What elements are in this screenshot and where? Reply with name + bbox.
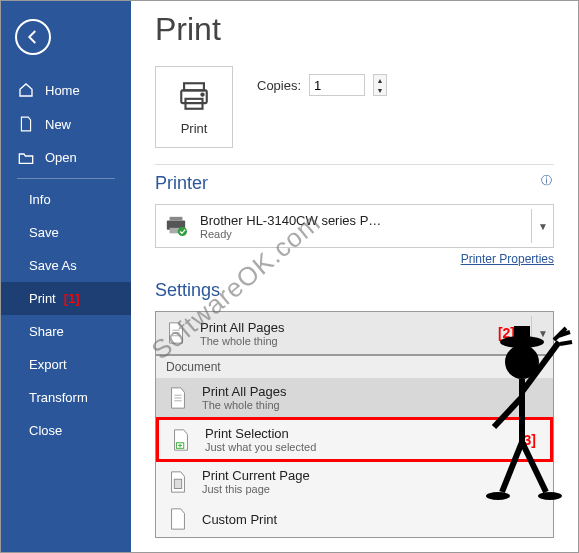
- sidebar-item-info[interactable]: Info: [1, 183, 131, 216]
- printer-icon: [176, 79, 212, 113]
- print-button[interactable]: Print: [155, 66, 233, 148]
- page-icon: [162, 321, 190, 345]
- sidebar-item-label: Home: [45, 83, 80, 98]
- printer-status: Ready: [200, 228, 521, 240]
- sidebar-item-label: New: [45, 117, 71, 132]
- sidebar-item-label: Transform: [29, 390, 88, 405]
- sidebar-item-label: Info: [29, 192, 51, 207]
- page-icon: [164, 386, 192, 410]
- page-title: Print: [155, 11, 554, 48]
- page-selection-icon: [167, 428, 195, 452]
- menu-item-title: Print Selection: [205, 426, 509, 441]
- chevron-down-icon: ▼: [531, 209, 547, 243]
- menu-group-header: Document: [156, 356, 553, 378]
- sidebar-item-share[interactable]: Share: [1, 315, 131, 348]
- main-panel: Print Print Copies: ▲ ▼ ⓘ Printer Brothe…: [131, 1, 578, 552]
- home-icon: [17, 82, 35, 98]
- sidebar-item-export[interactable]: Export: [1, 348, 131, 381]
- printer-properties-link[interactable]: Printer Properties: [461, 252, 554, 266]
- annotation-marker-1: [1]: [64, 291, 80, 306]
- copies-up-button[interactable]: ▲: [374, 75, 386, 85]
- copies-label: Copies:: [257, 78, 301, 93]
- menu-item-print-current[interactable]: Print Current Page Just this page: [156, 462, 553, 501]
- section-divider: [155, 164, 554, 165]
- backstage-sidebar: Home New Open Info Save Save As Print [1…: [1, 1, 131, 552]
- sidebar-item-label: Save: [29, 225, 59, 240]
- info-icon[interactable]: ⓘ: [539, 171, 554, 190]
- sidebar-item-label: Save As: [29, 258, 77, 273]
- sidebar-item-transform[interactable]: Transform: [1, 381, 131, 414]
- svg-rect-9: [174, 479, 181, 488]
- sidebar-item-save[interactable]: Save: [1, 216, 131, 249]
- menu-item-sub: Just what you selected: [205, 441, 509, 453]
- arrow-left-icon: [24, 28, 42, 46]
- settings-dropdown[interactable]: Print All Pages The whole thing [2] ▼: [155, 311, 554, 355]
- sidebar-item-label: Open: [45, 150, 77, 165]
- printer-name: Brother HL-3140CW series P…: [200, 213, 521, 228]
- sidebar-item-print[interactable]: Print [1]: [1, 282, 131, 315]
- copies-down-button[interactable]: ▼: [374, 85, 386, 95]
- settings-section-title: Settings: [155, 280, 554, 301]
- annotation-marker-2: [2]: [498, 325, 515, 341]
- menu-item-sub: The whole thing: [202, 399, 545, 411]
- menu-item-print-selection[interactable]: Print Selection Just what you selected […: [156, 417, 553, 462]
- sidebar-item-label: Share: [29, 324, 64, 339]
- sidebar-divider: [17, 178, 115, 179]
- settings-dropdown-sub: The whole thing: [200, 335, 488, 347]
- menu-item-title: Custom Print: [202, 512, 545, 527]
- settings-dropdown-title: Print All Pages: [200, 320, 488, 335]
- menu-item-title: Print All Pages: [202, 384, 545, 399]
- back-button[interactable]: [15, 19, 51, 55]
- svg-point-3: [201, 93, 203, 95]
- page-custom-icon: [164, 507, 192, 531]
- svg-point-7: [178, 227, 187, 236]
- menu-item-sub: Just this page: [202, 483, 545, 495]
- annotation-marker-3: [3]: [519, 432, 536, 448]
- print-button-label: Print: [181, 121, 208, 136]
- sidebar-item-label: Close: [29, 423, 62, 438]
- copies-input[interactable]: [309, 74, 365, 96]
- printer-status-icon: [162, 215, 190, 237]
- chevron-down-icon: ▼: [531, 316, 547, 350]
- svg-rect-5: [170, 217, 183, 221]
- printer-dropdown[interactable]: Brother HL-3140CW series P… Ready ▼: [155, 204, 554, 248]
- folder-open-icon: [17, 151, 35, 165]
- settings-menu: Document Print All Pages The whole thing…: [155, 355, 554, 538]
- sidebar-item-close[interactable]: Close: [1, 414, 131, 447]
- menu-item-print-all[interactable]: Print All Pages The whole thing: [156, 378, 553, 417]
- menu-item-custom-print[interactable]: Custom Print: [156, 501, 553, 537]
- sidebar-item-open[interactable]: Open: [1, 141, 131, 174]
- sidebar-item-label: Export: [29, 357, 67, 372]
- menu-item-title: Print Current Page: [202, 468, 545, 483]
- document-icon: [17, 116, 35, 132]
- printer-section-title: Printer: [155, 173, 554, 194]
- sidebar-item-saveas[interactable]: Save As: [1, 249, 131, 282]
- sidebar-item-new[interactable]: New: [1, 107, 131, 141]
- sidebar-item-label: Print: [29, 291, 56, 306]
- page-current-icon: [164, 470, 192, 494]
- sidebar-item-home[interactable]: Home: [1, 73, 131, 107]
